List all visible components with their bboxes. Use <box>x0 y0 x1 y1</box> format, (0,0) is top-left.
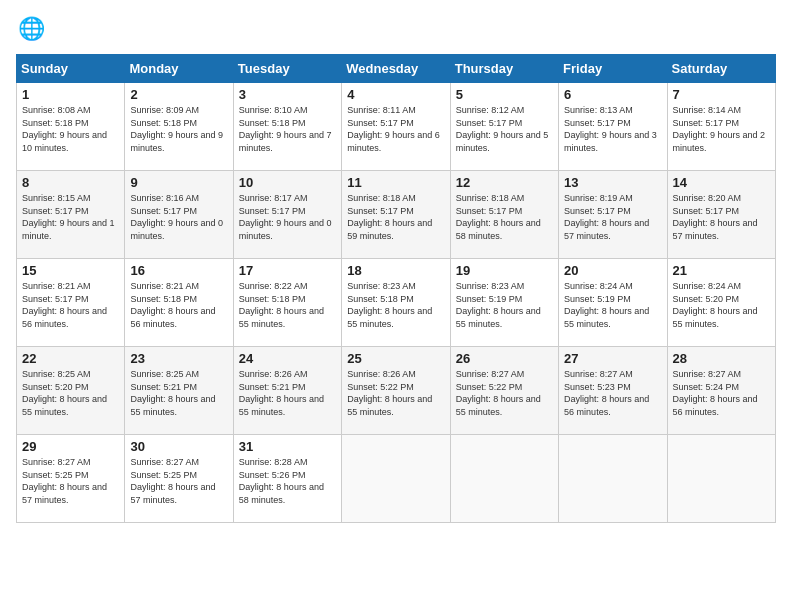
column-header-thursday: Thursday <box>450 55 558 83</box>
column-header-tuesday: Tuesday <box>233 55 341 83</box>
calendar-cell <box>450 435 558 523</box>
cell-details: Sunrise: 8:21 AMSunset: 5:18 PMDaylight:… <box>130 280 227 330</box>
calendar-cell: 31Sunrise: 8:28 AMSunset: 5:26 PMDayligh… <box>233 435 341 523</box>
calendar-header: SundayMondayTuesdayWednesdayThursdayFrid… <box>17 55 776 83</box>
calendar-cell: 3Sunrise: 8:10 AMSunset: 5:18 PMDaylight… <box>233 83 341 171</box>
calendar-week-4: 22Sunrise: 8:25 AMSunset: 5:20 PMDayligh… <box>17 347 776 435</box>
day-number: 18 <box>347 263 444 278</box>
calendar-week-2: 8Sunrise: 8:15 AMSunset: 5:17 PMDaylight… <box>17 171 776 259</box>
day-number: 15 <box>22 263 119 278</box>
calendar-cell: 28Sunrise: 8:27 AMSunset: 5:24 PMDayligh… <box>667 347 775 435</box>
cell-details: Sunrise: 8:28 AMSunset: 5:26 PMDaylight:… <box>239 456 336 506</box>
calendar-cell: 8Sunrise: 8:15 AMSunset: 5:17 PMDaylight… <box>17 171 125 259</box>
cell-details: Sunrise: 8:24 AMSunset: 5:20 PMDaylight:… <box>673 280 770 330</box>
cell-details: Sunrise: 8:19 AMSunset: 5:17 PMDaylight:… <box>564 192 661 242</box>
day-number: 1 <box>22 87 119 102</box>
cell-details: Sunrise: 8:20 AMSunset: 5:17 PMDaylight:… <box>673 192 770 242</box>
day-number: 25 <box>347 351 444 366</box>
cell-details: Sunrise: 8:18 AMSunset: 5:17 PMDaylight:… <box>456 192 553 242</box>
day-number: 13 <box>564 175 661 190</box>
calendar-cell: 22Sunrise: 8:25 AMSunset: 5:20 PMDayligh… <box>17 347 125 435</box>
cell-details: Sunrise: 8:10 AMSunset: 5:18 PMDaylight:… <box>239 104 336 154</box>
cell-details: Sunrise: 8:25 AMSunset: 5:21 PMDaylight:… <box>130 368 227 418</box>
calendar-week-5: 29Sunrise: 8:27 AMSunset: 5:25 PMDayligh… <box>17 435 776 523</box>
cell-details: Sunrise: 8:26 AMSunset: 5:22 PMDaylight:… <box>347 368 444 418</box>
cell-details: Sunrise: 8:24 AMSunset: 5:19 PMDaylight:… <box>564 280 661 330</box>
calendar-cell: 20Sunrise: 8:24 AMSunset: 5:19 PMDayligh… <box>559 259 667 347</box>
logo: 🌐 <box>16 16 48 44</box>
day-number: 5 <box>456 87 553 102</box>
calendar-cell: 17Sunrise: 8:22 AMSunset: 5:18 PMDayligh… <box>233 259 341 347</box>
cell-details: Sunrise: 8:21 AMSunset: 5:17 PMDaylight:… <box>22 280 119 330</box>
calendar-cell: 9Sunrise: 8:16 AMSunset: 5:17 PMDaylight… <box>125 171 233 259</box>
cell-details: Sunrise: 8:27 AMSunset: 5:22 PMDaylight:… <box>456 368 553 418</box>
day-number: 2 <box>130 87 227 102</box>
calendar-table: SundayMondayTuesdayWednesdayThursdayFrid… <box>16 54 776 523</box>
calendar-cell: 30Sunrise: 8:27 AMSunset: 5:25 PMDayligh… <box>125 435 233 523</box>
column-header-monday: Monday <box>125 55 233 83</box>
cell-details: Sunrise: 8:09 AMSunset: 5:18 PMDaylight:… <box>130 104 227 154</box>
calendar-cell: 26Sunrise: 8:27 AMSunset: 5:22 PMDayligh… <box>450 347 558 435</box>
cell-details: Sunrise: 8:18 AMSunset: 5:17 PMDaylight:… <box>347 192 444 242</box>
day-number: 31 <box>239 439 336 454</box>
calendar-body: 1Sunrise: 8:08 AMSunset: 5:18 PMDaylight… <box>17 83 776 523</box>
cell-details: Sunrise: 8:16 AMSunset: 5:17 PMDaylight:… <box>130 192 227 242</box>
cell-details: Sunrise: 8:15 AMSunset: 5:17 PMDaylight:… <box>22 192 119 242</box>
day-number: 6 <box>564 87 661 102</box>
day-number: 30 <box>130 439 227 454</box>
day-number: 9 <box>130 175 227 190</box>
day-number: 22 <box>22 351 119 366</box>
day-number: 20 <box>564 263 661 278</box>
day-number: 3 <box>239 87 336 102</box>
cell-details: Sunrise: 8:23 AMSunset: 5:19 PMDaylight:… <box>456 280 553 330</box>
page-header: 🌐 <box>16 16 776 44</box>
day-number: 26 <box>456 351 553 366</box>
calendar-cell: 5Sunrise: 8:12 AMSunset: 5:17 PMDaylight… <box>450 83 558 171</box>
column-header-friday: Friday <box>559 55 667 83</box>
calendar-cell: 19Sunrise: 8:23 AMSunset: 5:19 PMDayligh… <box>450 259 558 347</box>
day-number: 4 <box>347 87 444 102</box>
cell-details: Sunrise: 8:27 AMSunset: 5:23 PMDaylight:… <box>564 368 661 418</box>
day-number: 23 <box>130 351 227 366</box>
day-number: 21 <box>673 263 770 278</box>
cell-details: Sunrise: 8:25 AMSunset: 5:20 PMDaylight:… <box>22 368 119 418</box>
day-number: 27 <box>564 351 661 366</box>
calendar-week-1: 1Sunrise: 8:08 AMSunset: 5:18 PMDaylight… <box>17 83 776 171</box>
calendar-cell: 4Sunrise: 8:11 AMSunset: 5:17 PMDaylight… <box>342 83 450 171</box>
cell-details: Sunrise: 8:27 AMSunset: 5:24 PMDaylight:… <box>673 368 770 418</box>
day-number: 19 <box>456 263 553 278</box>
logo-icon: 🌐 <box>16 16 44 44</box>
calendar-cell <box>342 435 450 523</box>
calendar-cell: 24Sunrise: 8:26 AMSunset: 5:21 PMDayligh… <box>233 347 341 435</box>
day-number: 8 <box>22 175 119 190</box>
calendar-cell: 7Sunrise: 8:14 AMSunset: 5:17 PMDaylight… <box>667 83 775 171</box>
column-header-wednesday: Wednesday <box>342 55 450 83</box>
calendar-cell <box>559 435 667 523</box>
day-number: 16 <box>130 263 227 278</box>
calendar-cell: 1Sunrise: 8:08 AMSunset: 5:18 PMDaylight… <box>17 83 125 171</box>
cell-details: Sunrise: 8:13 AMSunset: 5:17 PMDaylight:… <box>564 104 661 154</box>
day-number: 17 <box>239 263 336 278</box>
cell-details: Sunrise: 8:14 AMSunset: 5:17 PMDaylight:… <box>673 104 770 154</box>
cell-details: Sunrise: 8:08 AMSunset: 5:18 PMDaylight:… <box>22 104 119 154</box>
calendar-cell: 12Sunrise: 8:18 AMSunset: 5:17 PMDayligh… <box>450 171 558 259</box>
cell-details: Sunrise: 8:27 AMSunset: 5:25 PMDaylight:… <box>130 456 227 506</box>
cell-details: Sunrise: 8:23 AMSunset: 5:18 PMDaylight:… <box>347 280 444 330</box>
day-number: 28 <box>673 351 770 366</box>
calendar-cell: 2Sunrise: 8:09 AMSunset: 5:18 PMDaylight… <box>125 83 233 171</box>
column-header-saturday: Saturday <box>667 55 775 83</box>
day-number: 11 <box>347 175 444 190</box>
day-number: 24 <box>239 351 336 366</box>
calendar-cell: 10Sunrise: 8:17 AMSunset: 5:17 PMDayligh… <box>233 171 341 259</box>
calendar-cell: 16Sunrise: 8:21 AMSunset: 5:18 PMDayligh… <box>125 259 233 347</box>
day-number: 29 <box>22 439 119 454</box>
calendar-cell: 18Sunrise: 8:23 AMSunset: 5:18 PMDayligh… <box>342 259 450 347</box>
calendar-week-3: 15Sunrise: 8:21 AMSunset: 5:17 PMDayligh… <box>17 259 776 347</box>
day-number: 7 <box>673 87 770 102</box>
calendar-cell: 21Sunrise: 8:24 AMSunset: 5:20 PMDayligh… <box>667 259 775 347</box>
calendar-cell: 11Sunrise: 8:18 AMSunset: 5:17 PMDayligh… <box>342 171 450 259</box>
calendar-cell <box>667 435 775 523</box>
cell-details: Sunrise: 8:26 AMSunset: 5:21 PMDaylight:… <box>239 368 336 418</box>
day-number: 12 <box>456 175 553 190</box>
day-number: 10 <box>239 175 336 190</box>
